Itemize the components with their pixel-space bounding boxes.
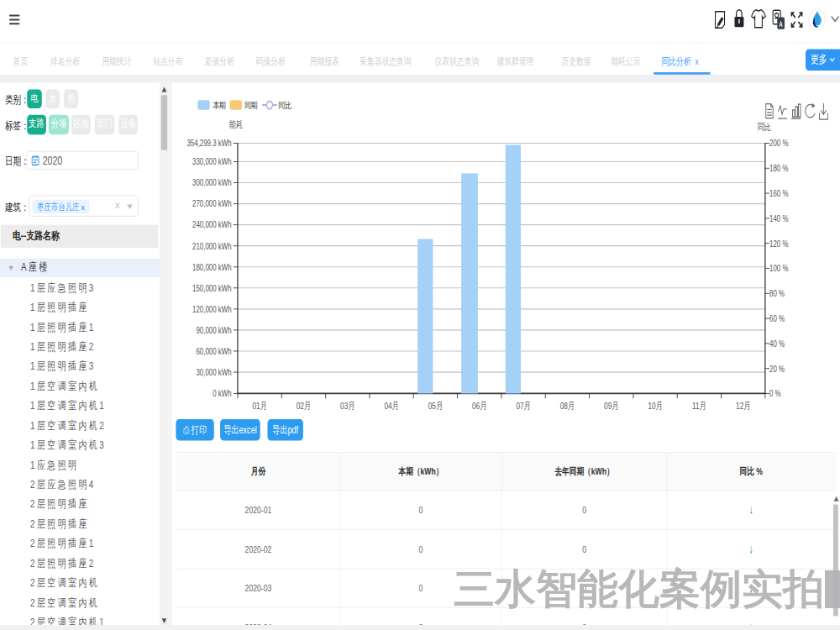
svg-text:30,000 kWh: 30,000 kWh bbox=[197, 367, 232, 376]
svg-text:120 %: 120 % bbox=[769, 239, 788, 248]
svg-text:能耗: 能耗 bbox=[229, 118, 244, 129]
svg-text:03月: 03月 bbox=[340, 400, 354, 410]
svg-text:04月: 04月 bbox=[385, 400, 399, 410]
svg-text:12月: 12月 bbox=[736, 400, 750, 410]
svg-text:同比: 同比 bbox=[278, 101, 291, 110]
svg-text:0 %: 0 % bbox=[769, 389, 781, 398]
svg-text:06月: 06月 bbox=[472, 400, 486, 410]
svg-text:同期: 同期 bbox=[244, 101, 258, 110]
svg-text:11月: 11月 bbox=[692, 400, 706, 410]
svg-text:180,000 kWh: 180,000 kWh bbox=[192, 262, 232, 271]
svg-text:120,000 kWh: 120,000 kWh bbox=[192, 304, 232, 313]
svg-text:354,299.3 kWh: 354,299.3 kWh bbox=[187, 139, 232, 148]
svg-text:60,000 kWh: 60,000 kWh bbox=[197, 346, 232, 355]
svg-text:330,000 kWh: 330,000 kWh bbox=[192, 157, 232, 166]
svg-text:100 %: 100 % bbox=[769, 264, 788, 273]
svg-text:20 %: 20 % bbox=[769, 364, 785, 373]
svg-text:210,000 kWh: 210,000 kWh bbox=[192, 241, 232, 250]
svg-text:同比: 同比 bbox=[758, 121, 772, 131]
svg-text:270,000 kWh: 270,000 kWh bbox=[192, 199, 232, 208]
svg-text:08月: 08月 bbox=[560, 400, 575, 410]
svg-text:150,000 kWh: 150,000 kWh bbox=[192, 283, 232, 292]
svg-text:05月: 05月 bbox=[428, 400, 443, 410]
svg-text:本期: 本期 bbox=[213, 101, 226, 110]
svg-text:200 %: 200 % bbox=[769, 139, 788, 148]
svg-text:240,000 kWh: 240,000 kWh bbox=[192, 220, 232, 229]
svg-text:180 %: 180 % bbox=[769, 164, 788, 173]
svg-text:09月: 09月 bbox=[604, 400, 618, 410]
svg-text:160 %: 160 % bbox=[769, 188, 788, 197]
svg-text:0 kWh: 0 kWh bbox=[213, 389, 231, 398]
svg-text:40 %: 40 % bbox=[769, 339, 785, 348]
svg-text:02月: 02月 bbox=[297, 400, 311, 410]
svg-text:80 %: 80 % bbox=[769, 289, 785, 298]
svg-text:90,000 kWh: 90,000 kWh bbox=[197, 325, 232, 334]
svg-text:140 %: 140 % bbox=[769, 213, 788, 223]
svg-text:300,000 kWh: 300,000 kWh bbox=[192, 178, 232, 187]
svg-text:10月: 10月 bbox=[648, 400, 663, 410]
svg-text:01月: 01月 bbox=[252, 400, 266, 410]
svg-text:60 %: 60 % bbox=[769, 313, 785, 323]
svg-text:07月: 07月 bbox=[516, 400, 530, 410]
